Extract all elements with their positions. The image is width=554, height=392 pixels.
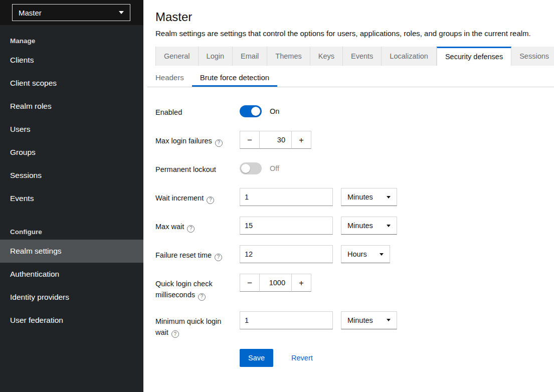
selected-unit-label: Minutes xyxy=(347,316,373,324)
max-wait-input[interactable] xyxy=(240,217,333,235)
min-quick-login-wait-unit-select[interactable]: Minutes xyxy=(341,311,397,329)
tab-login[interactable]: Login xyxy=(199,47,233,66)
sidebar-item-clients[interactable]: Clients xyxy=(0,49,143,72)
sidebar: Master Manage Clients Client scopes Real… xyxy=(0,0,143,392)
quick-login-check-label: Quick login check milliseconds? xyxy=(155,274,240,301)
brute-force-form: Enabled On Max login failures? − xyxy=(143,87,554,367)
failure-reset-time-label: Failure reset time? xyxy=(155,245,240,261)
form-row-permanent-lockout: Permanent lockout Off xyxy=(155,159,554,177)
page-header: Master Realm settings are settings that … xyxy=(143,0,554,38)
failure-reset-time-unit-select[interactable]: Hours xyxy=(341,245,390,263)
wait-increment-label: Wait increment? xyxy=(155,188,240,204)
subtab-headers[interactable]: Headers xyxy=(147,69,192,87)
tab-sessions[interactable]: Sessions xyxy=(511,47,554,66)
page-title: Master xyxy=(155,10,554,24)
sidebar-item-groups[interactable]: Groups xyxy=(0,141,143,164)
nav-section-manage: Manage xyxy=(0,32,143,49)
increment-button[interactable]: + xyxy=(291,274,311,292)
min-quick-login-wait-label: Minimum quick login wait? xyxy=(155,311,240,338)
max-wait-label: Max wait? xyxy=(155,217,240,233)
tab-general[interactable]: General xyxy=(155,47,199,66)
page-description: Realm settings are settings that control… xyxy=(155,29,554,38)
main-content: Master Realm settings are settings that … xyxy=(143,0,554,392)
nav-section-configure: Configure xyxy=(0,223,143,240)
sidebar-item-realm-settings[interactable]: Realm settings xyxy=(0,240,143,263)
max-login-failures-stepper: − + xyxy=(240,131,311,149)
help-icon[interactable]: ? xyxy=(207,197,214,204)
selected-unit-label: Minutes xyxy=(347,222,373,230)
permanent-lockout-toggle[interactable] xyxy=(240,162,262,174)
chevron-down-icon xyxy=(387,225,391,227)
enabled-state-label: On xyxy=(270,107,279,115)
sidebar-item-client-scopes[interactable]: Client scopes xyxy=(0,72,143,95)
max-login-failures-label: Max login failures? xyxy=(155,131,240,147)
selected-unit-label: Hours xyxy=(347,250,367,258)
tab-localization[interactable]: Localization xyxy=(382,47,437,66)
save-button[interactable]: Save xyxy=(240,349,273,367)
actions-spacer xyxy=(155,349,240,353)
form-actions: Save Revert xyxy=(155,349,554,367)
enabled-label: Enabled xyxy=(155,102,240,118)
form-row-min-quick-login-wait: Minimum quick login wait? Minutes xyxy=(155,311,554,338)
chevron-down-icon xyxy=(380,253,384,256)
tab-bar: General Login Email Themes Keys Events L… xyxy=(155,47,554,66)
max-login-failures-input[interactable] xyxy=(260,131,291,149)
failure-reset-time-input[interactable] xyxy=(240,245,333,263)
toggle-knob xyxy=(251,107,260,116)
tab-keys[interactable]: Keys xyxy=(310,47,343,66)
sidebar-item-identity-providers[interactable]: Identity providers xyxy=(0,286,143,309)
sidebar-nav: Manage Clients Client scopes Realm roles… xyxy=(0,25,143,332)
help-icon[interactable]: ? xyxy=(215,254,222,261)
chevron-down-icon xyxy=(119,11,124,14)
quick-login-check-input[interactable] xyxy=(260,274,291,292)
enabled-toggle[interactable] xyxy=(240,105,262,117)
form-row-max-login-failures: Max login failures? − + xyxy=(155,131,554,149)
help-icon[interactable]: ? xyxy=(215,139,223,147)
realm-selector-dropdown[interactable]: Master xyxy=(12,4,130,21)
sidebar-item-users[interactable]: Users xyxy=(0,118,143,141)
form-row-max-wait: Max wait? Minutes xyxy=(155,217,554,235)
realm-selector-area: Master xyxy=(0,0,143,25)
sidebar-item-events[interactable]: Events xyxy=(0,187,143,210)
revert-link[interactable]: Revert xyxy=(291,354,313,362)
sidebar-item-authentication[interactable]: Authentication xyxy=(0,263,143,286)
tab-security-defenses[interactable]: Security defenses xyxy=(437,47,511,66)
wait-increment-input[interactable] xyxy=(240,188,333,206)
increment-button[interactable]: + xyxy=(291,131,311,149)
form-row-quick-login-check: Quick login check milliseconds? − + xyxy=(155,274,554,301)
max-wait-unit-select[interactable]: Minutes xyxy=(341,217,397,235)
help-icon[interactable]: ? xyxy=(187,225,195,233)
chevron-down-icon xyxy=(387,319,391,321)
help-icon[interactable]: ? xyxy=(171,330,179,338)
help-icon[interactable]: ? xyxy=(198,293,206,301)
subtab-bar: Headers Brute force detection xyxy=(147,69,554,87)
app-window: Master Manage Clients Client scopes Real… xyxy=(0,0,554,392)
quick-login-check-stepper: − + xyxy=(240,274,311,292)
toggle-knob xyxy=(241,164,250,173)
selected-unit-label: Minutes xyxy=(347,193,373,201)
wait-increment-unit-select[interactable]: Minutes xyxy=(341,188,397,206)
permanent-lockout-label: Permanent lockout xyxy=(155,159,240,175)
chevron-down-icon xyxy=(387,196,391,199)
tab-email[interactable]: Email xyxy=(233,47,267,66)
form-row-failure-reset-time: Failure reset time? Hours xyxy=(155,245,554,263)
permanent-lockout-state-label: Off xyxy=(270,164,279,172)
min-quick-login-wait-input[interactable] xyxy=(240,311,333,329)
subtab-brute-force-detection[interactable]: Brute force detection xyxy=(192,69,277,87)
sidebar-item-realm-roles[interactable]: Realm roles xyxy=(0,95,143,118)
form-row-enabled: Enabled On xyxy=(155,102,554,120)
realm-selector-label: Master xyxy=(19,9,42,17)
tab-themes[interactable]: Themes xyxy=(267,47,310,66)
decrement-button[interactable]: − xyxy=(240,274,260,292)
form-row-wait-increment: Wait increment? Minutes xyxy=(155,188,554,206)
tab-events[interactable]: Events xyxy=(343,47,382,66)
sidebar-item-sessions[interactable]: Sessions xyxy=(0,164,143,187)
sidebar-item-user-federation[interactable]: User federation xyxy=(0,309,143,332)
decrement-button[interactable]: − xyxy=(240,131,260,149)
